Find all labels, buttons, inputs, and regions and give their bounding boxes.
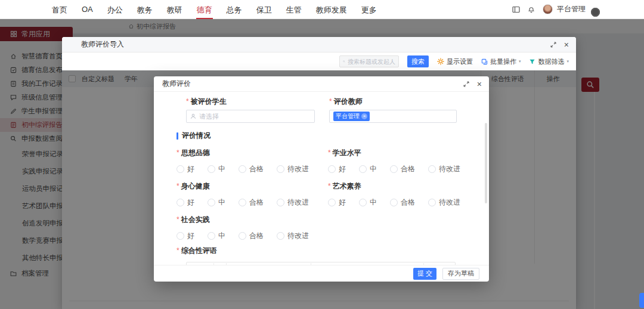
student-field: 被评价学生 请选择 xyxy=(186,94,329,123)
radio-option-needs-improvement[interactable]: 待改进 xyxy=(277,231,309,241)
radio-option-good[interactable]: 好 xyxy=(328,164,346,174)
nav-item[interactable]: 办公 xyxy=(107,0,123,19)
rating-group-label: 身心健康 xyxy=(177,181,328,191)
nav-item[interactable]: 教务 xyxy=(137,0,153,19)
radio-option-medium[interactable]: 中 xyxy=(208,231,225,241)
bullet-list-icon[interactable] xyxy=(423,263,438,265)
radio-option-needs-improvement[interactable]: 待改进 xyxy=(428,197,460,208)
data-filter-button[interactable]: 数据筛选 ▾ xyxy=(529,57,569,66)
close-icon[interactable]: × xyxy=(564,41,569,49)
nav-item[interactable]: 教研 xyxy=(166,0,183,19)
radio-circle-icon xyxy=(277,165,284,173)
filter-funnel-icon xyxy=(529,58,535,65)
rating-group: 思想品德 好 中 合格 待改进 xyxy=(177,141,328,174)
more-format-icon[interactable]: … ▾ xyxy=(259,263,277,265)
radio-option-pass[interactable]: 合格 xyxy=(239,231,264,241)
expand-icon[interactable] xyxy=(463,81,469,87)
layout-toggle-icon[interactable] xyxy=(512,6,520,13)
student-select[interactable]: 请选择 xyxy=(186,110,315,123)
user-avatar[interactable] xyxy=(543,4,553,14)
ordered-list-icon[interactable] xyxy=(438,263,453,265)
underline-icon[interactable]: U xyxy=(239,263,250,265)
corner-drawer-handle[interactable] xyxy=(639,293,644,308)
radio-option-pass[interactable]: 合格 xyxy=(390,197,415,208)
teacher-field: 评价教师 平台管理 × xyxy=(329,94,458,123)
person-icon xyxy=(190,113,196,119)
radio-circle-icon xyxy=(359,165,367,173)
user-name[interactable]: 平台管理 xyxy=(557,4,586,14)
line-height-select[interactable]: 默认行高 ▾ xyxy=(386,263,423,265)
radio-circle-icon xyxy=(390,199,398,206)
nav-item[interactable]: 首页 xyxy=(51,0,68,19)
radio-circle-icon xyxy=(208,165,215,173)
radio-option-pass[interactable]: 合格 xyxy=(390,164,415,174)
import-modal-toolbar: 搜索 显示设置 批量操作 ▾ 数据筛选 ▾ xyxy=(62,52,576,70)
radio-option-good[interactable]: 好 xyxy=(177,164,194,174)
font-color-icon: A xyxy=(281,264,286,265)
nav-item[interactable]: 教师发展 xyxy=(315,0,348,19)
radio-circle-icon xyxy=(277,199,284,206)
radio-option-medium[interactable]: 中 xyxy=(359,164,377,174)
display-settings-button[interactable]: 显示设置 xyxy=(437,57,473,66)
rating-group: 身心健康 好 中 合格 待改进 xyxy=(177,174,328,208)
nav-item[interactable]: 生管 xyxy=(286,0,302,19)
nav-item[interactable]: 保卫 xyxy=(256,0,273,19)
radio-option-needs-improvement[interactable]: 待改进 xyxy=(428,164,460,174)
bell-icon[interactable] xyxy=(528,6,535,13)
radio-option-good[interactable]: 好 xyxy=(177,231,194,241)
rich-text-editor[interactable]: 正文 ▾ “ B xyxy=(186,262,456,265)
radio-option-pass[interactable]: 合格 xyxy=(239,197,264,208)
rating-group: 社会实践 好 中 合格 待改进 xyxy=(177,208,328,241)
nav-item[interactable]: OA xyxy=(81,0,94,19)
radio-option-medium[interactable]: 中 xyxy=(208,197,225,208)
search-button[interactable]: 搜索 xyxy=(407,55,429,67)
font-family-select[interactable]: 默认字体 ▾ xyxy=(349,263,386,265)
batch-copy-icon xyxy=(481,58,488,65)
italic-icon[interactable]: I xyxy=(250,263,259,265)
search-box[interactable] xyxy=(339,55,399,67)
teacher-tag: 平台管理 × xyxy=(333,112,370,121)
student-field-label: 被评价学生 xyxy=(186,97,329,107)
radio-circle-icon xyxy=(328,165,336,173)
radio-circle-icon xyxy=(177,165,184,173)
close-icon[interactable]: × xyxy=(477,80,482,88)
radio-option-medium[interactable]: 中 xyxy=(359,197,377,208)
radio-option-needs-improvement[interactable]: 待改进 xyxy=(277,197,309,208)
rating-group-label: 社会实践 xyxy=(177,215,328,225)
tag-remove-icon[interactable]: × xyxy=(361,113,367,119)
radio-circle-icon xyxy=(177,232,184,240)
blockquote-icon[interactable]: “ xyxy=(213,263,227,265)
radio-option-good[interactable]: 好 xyxy=(177,197,194,208)
scrollbar-thumb[interactable] xyxy=(485,123,487,203)
radio-circle-icon xyxy=(177,199,184,206)
assistant-float-icon[interactable] xyxy=(591,8,600,17)
submit-button[interactable]: 提 交 xyxy=(413,268,436,280)
nav-item[interactable]: 德育 xyxy=(196,0,213,19)
batch-actions-button[interactable]: 批量操作 ▾ xyxy=(481,57,521,66)
radio-option-medium[interactable]: 中 xyxy=(208,164,225,174)
section-title-evaluation: 评价情况 xyxy=(177,131,489,141)
bold-icon[interactable]: B xyxy=(226,263,239,265)
radio-circle-icon xyxy=(428,199,436,206)
radio-circle-icon xyxy=(390,165,398,173)
eval-modal-title: 教师评价 xyxy=(162,79,191,89)
paragraph-style-select[interactable]: 正文 ▾ xyxy=(189,263,213,265)
font-color-icon[interactable]: A ▾ xyxy=(277,263,294,265)
student-select-placeholder: 请选择 xyxy=(199,112,219,121)
highlight-color-icon[interactable]: ▣ ▾ xyxy=(293,263,311,265)
radio-option-pass[interactable]: 合格 xyxy=(239,164,264,174)
radio-circle-icon xyxy=(208,199,215,206)
search-input[interactable] xyxy=(348,58,395,65)
radio-option-good[interactable]: 好 xyxy=(328,197,346,208)
radio-option-needs-improvement[interactable]: 待改进 xyxy=(277,164,309,174)
chevron-down-icon: ▾ xyxy=(566,59,569,64)
font-size-select[interactable]: 默认字号 ▾ xyxy=(311,263,349,265)
expand-icon[interactable] xyxy=(550,42,556,48)
editor-toolbar-row1: 正文 ▾ “ B xyxy=(187,262,455,265)
radio-circle-icon xyxy=(239,232,246,240)
radio-circle-icon xyxy=(208,232,215,240)
nav-item[interactable]: 总务 xyxy=(226,0,243,19)
nav-item[interactable]: 更多 xyxy=(361,0,377,19)
save-draft-button[interactable]: 存为草稿 xyxy=(442,268,479,280)
teacher-select[interactable]: 平台管理 × xyxy=(329,110,457,123)
